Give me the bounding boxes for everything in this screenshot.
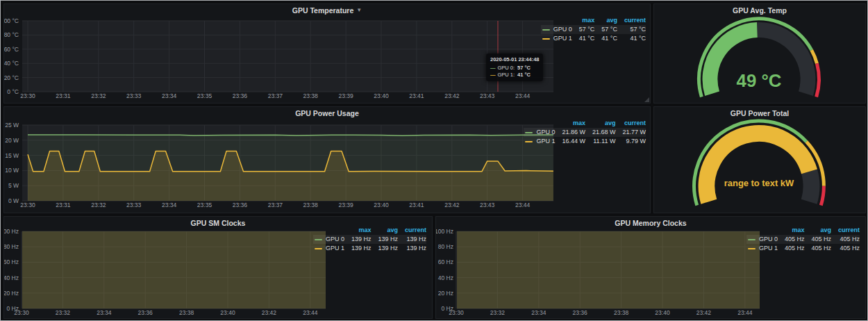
legend-value: 139 Hz	[371, 244, 398, 253]
legend-row: GPU 0139 Hz139 Hz139 Hz	[313, 235, 426, 244]
svg-text:23:43: 23:43	[480, 201, 495, 208]
legend-value: 405 Hz	[778, 244, 805, 253]
svg-text:23:36: 23:36	[138, 309, 153, 316]
panel-header-gpu-power-total[interactable]: GPU Power Total	[654, 107, 865, 119]
svg-text:23:36: 23:36	[233, 201, 248, 208]
svg-text:23:42: 23:42	[444, 92, 460, 99]
legend-header-max[interactable]: max	[555, 119, 585, 128]
svg-text:20 °C: 20 °C	[4, 74, 19, 81]
svg-text:25 W: 25 W	[5, 122, 19, 129]
svg-text:23:40: 23:40	[220, 309, 235, 316]
svg-text:23:31: 23:31	[56, 92, 71, 99]
legend-header-current[interactable]: current	[615, 119, 646, 128]
series-color-dash	[542, 38, 550, 40]
svg-text:60 °C: 60 °C	[4, 46, 19, 53]
legend-header-avg[interactable]: avg	[594, 16, 617, 25]
svg-text:23:42: 23:42	[262, 309, 277, 316]
svg-text:23:36: 23:36	[233, 92, 248, 99]
legend-series-name[interactable]: GPU 0	[553, 26, 572, 33]
legend-value: 57 °C	[617, 25, 646, 34]
panel-header-gpu-power-usage[interactable]: GPU Power Usage	[4, 107, 650, 119]
svg-text:20 Hz: 20 Hz	[4, 290, 19, 297]
legend-header-max[interactable]: max	[572, 16, 595, 25]
svg-text:23:32: 23:32	[490, 309, 506, 316]
svg-text:23:39: 23:39	[338, 92, 353, 99]
legend-series-name[interactable]: GPU 1	[553, 35, 572, 42]
panel-title[interactable]: GPU SM Clocks	[191, 219, 246, 227]
series-color-dash	[315, 239, 322, 240]
svg-text:60 Hz: 60 Hz	[4, 258, 19, 265]
svg-text:23:30: 23:30	[449, 309, 464, 316]
legend-value: 41 °C	[572, 34, 595, 43]
svg-text:23:43: 23:43	[480, 92, 495, 99]
legend-value: 11.11 W	[585, 137, 616, 146]
legend-value: 405 Hz	[778, 235, 805, 244]
panel-gpu-temperature: GPU Temperature ▼ 0 °C20 °C40 °C60 °C80 …	[3, 3, 651, 104]
svg-text:23:42: 23:42	[696, 309, 712, 316]
svg-text:23:37: 23:37	[268, 92, 283, 99]
svg-text:10 W: 10 W	[5, 167, 19, 174]
legend-series-name[interactable]: GPU 0	[536, 129, 555, 135]
panel-title[interactable]: GPU Avg. Temp	[733, 6, 787, 15]
svg-text:40 Hz: 40 Hz	[4, 274, 19, 281]
panel-title[interactable]: GPU Temperature	[292, 6, 354, 15]
legend-value: 21.68 W	[585, 128, 616, 137]
panel-title[interactable]: GPU Memory Clocks	[615, 219, 686, 227]
svg-text:23:40: 23:40	[655, 309, 670, 316]
panel-header-gpu-memory-clocks[interactable]: GPU Memory Clocks	[436, 217, 865, 229]
legend-header-current[interactable]: current	[617, 16, 646, 25]
panel-header-gpu-temperature[interactable]: GPU Temperature ▼	[4, 4, 650, 16]
svg-text:23:41: 23:41	[409, 92, 424, 99]
panel-header-gpu-avg-temp[interactable]: GPU Avg. Temp	[654, 4, 865, 16]
svg-text:23:30: 23:30	[20, 92, 35, 99]
legend-value: 21.86 W	[555, 128, 585, 137]
svg-text:100 Hz: 100 Hz	[436, 228, 453, 235]
svg-text:23:34: 23:34	[162, 201, 177, 208]
legend-series-name[interactable]: GPU 0	[759, 236, 778, 242]
panel-gpu-avg-temp: GPU Avg. Temp 49 °C	[653, 3, 866, 104]
graph-tooltip: 2020-05-01 23:44:48 —GPU 0:57 °C—GPU 1:4…	[486, 54, 543, 81]
svg-text:23:44: 23:44	[737, 309, 753, 316]
chevron-down-icon: ▼	[356, 8, 362, 13]
gauge-gpu-avg-temp: 49 °C	[654, 4, 865, 103]
svg-text:23:32: 23:32	[91, 201, 106, 208]
legend-series-name[interactable]: GPU 0	[326, 236, 344, 242]
legend-row: GPU 021.86 W21.68 W21.77 W	[524, 128, 646, 137]
legend-table: maxavgcurrentGPU 021.86 W21.68 W21.77 WG…	[524, 119, 646, 146]
svg-text:60 Hz: 60 Hz	[438, 258, 453, 265]
legend-value: 405 Hz	[831, 244, 860, 253]
panel-title[interactable]: GPU Power Usage	[295, 109, 359, 117]
legend-series-name[interactable]: GPU 1	[759, 245, 778, 252]
legend-header-avg[interactable]: avg	[585, 119, 616, 128]
legend-series-name[interactable]: GPU 1	[536, 138, 555, 145]
svg-text:23:36: 23:36	[573, 309, 588, 316]
svg-text:15 W: 15 W	[5, 152, 19, 159]
grafana-dashboard: GPU Temperature ▼ 0 °C20 °C40 °C60 °C80 …	[0, 0, 868, 321]
legend-series-name[interactable]: GPU 1	[326, 245, 344, 252]
panel-resize-handle[interactable]	[644, 97, 649, 102]
svg-text:20 Hz: 20 Hz	[438, 290, 453, 297]
legend-table: maxavgcurrentGPU 0139 Hz139 Hz139 HzGPU …	[313, 226, 426, 253]
legend-row: GPU 1405 Hz405 Hz405 Hz	[746, 244, 860, 253]
svg-text:23:44: 23:44	[303, 309, 318, 316]
panel-header-gpu-sm-clocks[interactable]: GPU SM Clocks	[4, 217, 432, 229]
panel-title[interactable]: GPU Power Total	[731, 109, 789, 117]
svg-text:23:34: 23:34	[97, 309, 112, 316]
gauge-value-text: 49 °C	[737, 71, 782, 90]
svg-text:23:35: 23:35	[197, 201, 212, 208]
svg-text:20 W: 20 W	[5, 137, 19, 144]
legend-value: 41 °C	[594, 34, 617, 43]
svg-text:100 °C: 100 °C	[4, 17, 19, 24]
svg-text:23:32: 23:32	[56, 309, 71, 316]
legend-value: 9.79 W	[615, 137, 646, 146]
svg-text:5 W: 5 W	[8, 182, 19, 189]
legend-value: 21.77 W	[615, 128, 646, 137]
series-color-dash	[542, 29, 550, 31]
svg-text:100 Hz: 100 Hz	[4, 228, 19, 235]
series-color-dash	[748, 239, 756, 240]
svg-text:23:39: 23:39	[338, 201, 353, 208]
legend-row: GPU 116.44 W11.11 W9.79 W	[524, 137, 646, 146]
svg-text:40 °C: 40 °C	[4, 60, 19, 67]
panel-gpu-sm-clocks: GPU SM Clocks 0 Hz20 Hz40 Hz60 Hz80 Hz10…	[3, 216, 433, 319]
panel-gpu-memory-clocks: GPU Memory Clocks 0 Hz20 Hz40 Hz60 Hz80 …	[435, 216, 866, 319]
